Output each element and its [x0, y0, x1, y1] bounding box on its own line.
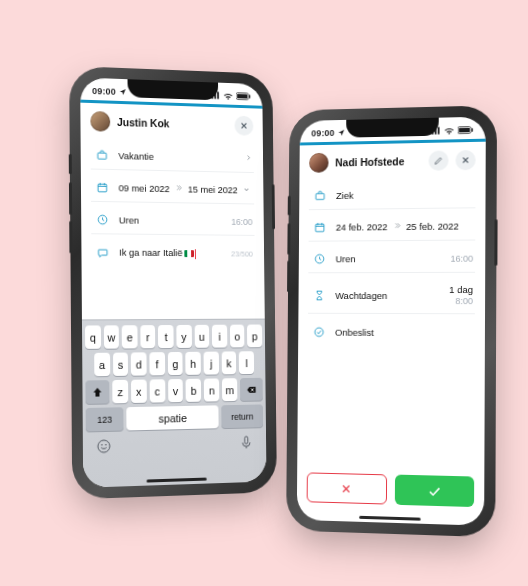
calendar-icon: [311, 221, 328, 234]
svg-point-11: [102, 445, 103, 446]
svg-rect-8: [98, 184, 107, 192]
chevron-right-icon: [245, 153, 252, 164]
message-row[interactable]: Ik ga naar Italië 23/500: [91, 238, 255, 267]
close-icon: [461, 155, 471, 165]
svg-rect-19: [459, 128, 470, 133]
hours-value: 16:00: [450, 253, 473, 263]
close-icon: [239, 121, 248, 131]
status-row[interactable]: Onbeslist: [308, 318, 475, 347]
key-numbers[interactable]: 123: [86, 407, 124, 431]
italy-flag-icon: [184, 250, 194, 257]
leave-type-row[interactable]: Ziek: [309, 180, 476, 210]
battery-icon: [458, 126, 474, 134]
key-s[interactable]: s: [113, 353, 129, 376]
key-u[interactable]: u: [194, 325, 209, 348]
key-t[interactable]: t: [158, 325, 173, 348]
key-y[interactable]: y: [176, 325, 191, 348]
status-time: 09:00: [311, 128, 334, 138]
key-j[interactable]: j: [204, 352, 219, 375]
svg-point-12: [105, 445, 106, 446]
mic-icon[interactable]: [239, 434, 254, 450]
close-button[interactable]: [455, 150, 475, 170]
key-space[interactable]: spatie: [126, 405, 218, 430]
keyboard[interactable]: qwertyuiop asdfghjkl zxcvbnm 123 spatie …: [82, 319, 267, 488]
close-button[interactable]: [234, 116, 253, 136]
key-backspace[interactable]: [240, 378, 263, 401]
svg-rect-13: [245, 436, 248, 443]
check-icon: [427, 483, 442, 499]
user-name: Nadi Hofstede: [335, 155, 421, 168]
chevron-down-icon: [242, 185, 250, 196]
key-n[interactable]: n: [204, 378, 219, 401]
key-z[interactable]: z: [112, 380, 128, 404]
date-range-row[interactable]: 09 mei 2022 15 mei 2022: [91, 174, 254, 205]
x-icon: [340, 482, 353, 495]
svg-point-10: [98, 440, 110, 453]
notch: [127, 79, 218, 100]
location-icon: [119, 88, 127, 96]
text-cursor: [195, 249, 197, 259]
location-icon: [337, 129, 345, 137]
status-time: 09:00: [92, 86, 116, 97]
key-g[interactable]: g: [168, 352, 183, 375]
key-m[interactable]: m: [222, 378, 237, 401]
avatar[interactable]: [309, 153, 328, 173]
avatar[interactable]: [90, 111, 110, 132]
key-d[interactable]: d: [131, 352, 147, 375]
wifi-icon: [444, 126, 455, 134]
range-separator-icon: [392, 221, 401, 232]
key-k[interactable]: k: [221, 351, 236, 374]
hours-row[interactable]: Uren 16:00: [91, 206, 254, 236]
svg-rect-7: [97, 153, 106, 159]
battery-icon: [236, 92, 251, 100]
clock-icon: [93, 213, 111, 226]
wait-value: 1 dag: [449, 284, 473, 295]
header: Justin Kok: [80, 103, 263, 144]
key-shift[interactable]: [85, 380, 109, 404]
emoji-icon[interactable]: [96, 438, 112, 455]
reject-button[interactable]: [307, 472, 387, 504]
key-return[interactable]: return: [221, 404, 263, 428]
key-c[interactable]: c: [149, 379, 165, 402]
svg-rect-21: [315, 194, 323, 200]
home-bar[interactable]: [359, 515, 420, 520]
key-h[interactable]: h: [186, 352, 201, 375]
range-separator-icon: [174, 183, 183, 194]
key-i[interactable]: i: [212, 325, 227, 348]
message-input[interactable]: Ik ga naar Italië: [119, 247, 224, 259]
wifi-icon: [223, 92, 233, 100]
waiting-days-row[interactable]: Wachtdagen 1 dag 8:00: [308, 277, 475, 314]
leave-type-label: Vakantie: [118, 150, 237, 164]
svg-rect-17: [438, 127, 440, 134]
key-b[interactable]: b: [186, 379, 201, 402]
home-bar[interactable]: [146, 477, 206, 483]
phone-right: 09:00 Nadi Hofstede: [289, 108, 494, 534]
message-counter: 23/500: [231, 249, 253, 258]
svg-point-24: [314, 327, 322, 336]
notch: [346, 118, 439, 138]
date-range-row[interactable]: 24 feb. 2022 25 feb. 2022: [309, 212, 476, 241]
key-p[interactable]: p: [247, 325, 262, 348]
accept-button[interactable]: [394, 475, 474, 508]
leave-type-row[interactable]: Vakantie: [91, 141, 254, 173]
key-e[interactable]: e: [122, 325, 138, 348]
key-o[interactable]: o: [230, 325, 245, 348]
leave-type-label: Ziek: [336, 188, 473, 201]
key-v[interactable]: v: [168, 379, 184, 402]
key-a[interactable]: a: [94, 353, 110, 377]
wait-label: Wachtdagen: [335, 289, 441, 300]
svg-rect-6: [249, 95, 250, 98]
hours-row[interactable]: Uren 16:00: [308, 245, 475, 274]
svg-rect-22: [315, 224, 323, 232]
key-r[interactable]: r: [140, 325, 155, 348]
date-start: 09 mei 2022: [119, 182, 170, 194]
key-x[interactable]: x: [131, 380, 147, 403]
check-circle-icon: [310, 325, 328, 338]
svg-rect-20: [471, 128, 472, 131]
key-w[interactable]: w: [104, 325, 120, 348]
pencil-icon: [434, 156, 444, 166]
key-q[interactable]: q: [85, 325, 101, 348]
edit-button[interactable]: [429, 150, 449, 170]
key-l[interactable]: l: [239, 351, 254, 374]
key-f[interactable]: f: [149, 352, 164, 375]
